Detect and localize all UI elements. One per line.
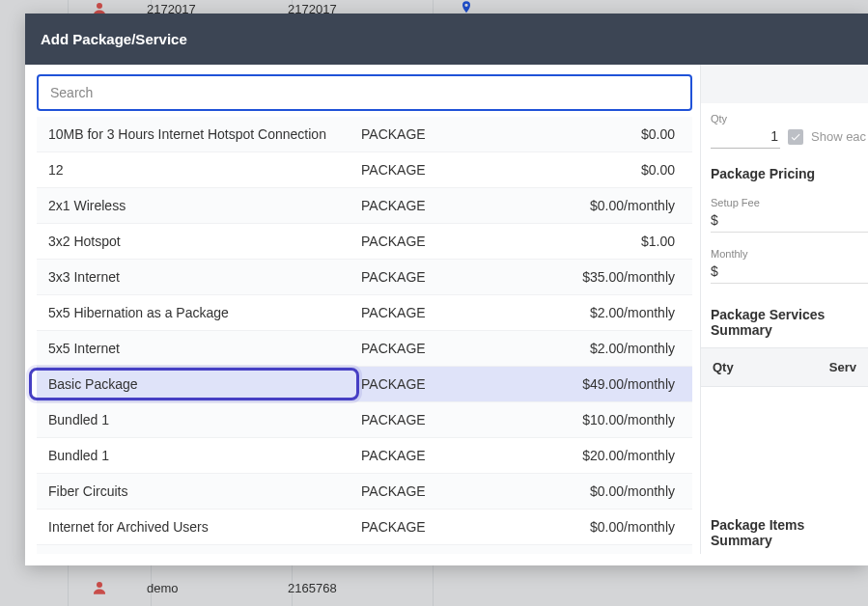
package-type: PACKAGE xyxy=(361,483,496,499)
package-row[interactable]: Fiber CircuitsPACKAGE$0.00/monthly xyxy=(37,474,692,510)
package-price: $20.00/monthly xyxy=(496,448,681,463)
package-name: 2x1 Wireless xyxy=(48,198,361,213)
package-row[interactable]: 5x5 Hibernation as a PackagePACKAGE$2.00… xyxy=(37,295,692,331)
person-icon xyxy=(91,579,108,596)
package-price: $0.00 xyxy=(496,126,681,142)
package-row[interactable]: 3x3 InternetPACKAGE$35.00/monthly xyxy=(37,260,692,295)
modal-footer xyxy=(25,554,868,565)
search-input[interactable] xyxy=(37,74,692,111)
th-qty: Qty xyxy=(713,360,790,374)
package-name: 10MB for 3 Hours Internet Hotspot Connec… xyxy=(48,126,361,142)
package-type: PACKAGE xyxy=(361,412,496,427)
monthly-label: Monthly xyxy=(711,248,868,260)
package-type: PACKAGE xyxy=(361,305,496,320)
package-name: Bundled 1 xyxy=(48,448,361,463)
package-row[interactable]: Bundled 1PACKAGE$10.00/monthly xyxy=(37,402,692,438)
package-row[interactable]: 12PACKAGE$0.00 xyxy=(37,152,692,188)
qty-label: Qty xyxy=(711,113,868,124)
package-type: PACKAGE xyxy=(361,269,496,285)
package-name: 12 xyxy=(48,162,361,178)
package-price: $35.00/monthly xyxy=(496,269,681,285)
package-type: PACKAGE xyxy=(361,448,496,463)
services-summary-title: Package Services Summary xyxy=(711,307,868,338)
package-price: $0.00 xyxy=(496,162,681,178)
svg-point-1 xyxy=(97,582,102,588)
package-name: Bundled 1 xyxy=(48,412,361,427)
th-serv: Serv xyxy=(790,360,856,374)
package-name: Basic Package xyxy=(48,376,361,392)
package-row[interactable]: Internet for Archived UsersPACKAGE$0.00/… xyxy=(37,510,692,545)
bk-num: 2165768 xyxy=(288,581,429,595)
package-row[interactable]: 3x2 HotspotPACKAGE$1.00 xyxy=(37,224,692,260)
package-price: $0.00/monthly xyxy=(496,519,681,535)
package-type: PACKAGE xyxy=(361,341,496,356)
package-list[interactable]: 10MB for 3 Hours Internet Hotspot Connec… xyxy=(37,117,692,554)
add-package-modal: Add Package/Service 10MB for 3 Hours Int… xyxy=(25,14,868,565)
items-summary-title: Package Items Summary xyxy=(711,517,868,548)
services-table-header: Qty Serv xyxy=(701,347,868,387)
package-type: PACKAGE xyxy=(361,198,496,213)
package-name: 5x5 Hibernation as a Package xyxy=(48,305,361,320)
package-name: 5x5 Internet xyxy=(48,341,361,356)
pricing-title: Package Pricing xyxy=(711,166,868,181)
package-price: $0.00/monthly xyxy=(496,198,681,213)
modal-title: Add Package/Service xyxy=(25,14,868,65)
package-details-panel: Qty Show eac Package Pricing Setup Fee $… xyxy=(700,65,868,554)
package-price: $49.00/monthly xyxy=(496,376,681,392)
monthly-value[interactable]: $ xyxy=(711,260,868,284)
package-row[interactable]: Basic PackagePACKAGE$49.00/monthly xyxy=(37,367,692,402)
package-type: PACKAGE xyxy=(361,376,496,392)
package-row[interactable]: Bundled 1PACKAGE$20.00/monthly xyxy=(37,438,692,474)
package-name: Fiber Circuits xyxy=(48,483,361,499)
package-type: PACKAGE xyxy=(361,162,496,178)
show-each-label: Show eac xyxy=(811,129,866,144)
bk-name: demo xyxy=(147,581,288,595)
qty-input[interactable] xyxy=(711,124,780,149)
package-row[interactable]: 2x1 WirelessPACKAGE$0.00/monthly xyxy=(37,188,692,224)
package-type: PACKAGE xyxy=(361,126,496,142)
package-name: 3x3 Internet xyxy=(48,269,361,285)
setup-fee-value[interactable]: $ xyxy=(711,208,868,233)
package-type: PACKAGE xyxy=(361,519,496,535)
show-each-checkbox[interactable] xyxy=(788,129,803,145)
package-type: PACKAGE xyxy=(361,234,496,249)
svg-point-0 xyxy=(97,3,102,9)
setup-fee-label: Setup Fee xyxy=(711,197,868,208)
package-price: $1.00 xyxy=(496,234,681,249)
package-price: $2.00/monthly xyxy=(496,305,681,320)
package-price: $2.00/monthly xyxy=(496,341,681,356)
package-row[interactable]: LTE PackagePACKAGE$20.00/monthly xyxy=(37,545,692,554)
package-name: 3x2 Hotspot xyxy=(48,234,361,249)
package-row[interactable]: 5x5 InternetPACKAGE$2.00/monthly xyxy=(37,331,692,367)
package-price: $0.00/monthly xyxy=(496,483,681,499)
package-price: $10.00/monthly xyxy=(496,412,681,427)
package-name: Internet for Archived Users xyxy=(48,519,361,535)
package-list-panel: 10MB for 3 Hours Internet Hotspot Connec… xyxy=(25,65,700,554)
package-row[interactable]: 10MB for 3 Hours Internet Hotspot Connec… xyxy=(37,117,692,152)
